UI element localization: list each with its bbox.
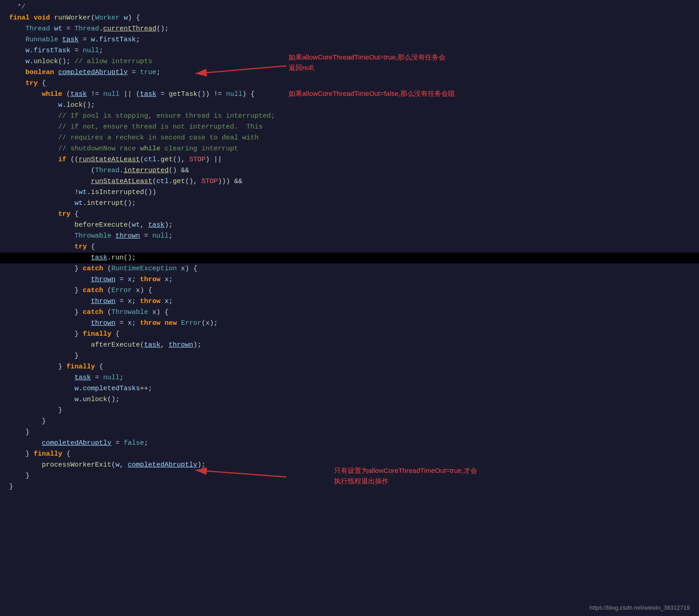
code-line-task-run: task.run(); [0,253,699,263]
code-line-cmt2: // if not, ensure thread is not interrup… [0,122,699,133]
code-line-thread-wt: Thread wt = Thread.currentThread(); [0,24,699,35]
code-line-if1: if ((runStateAtLeast(ctl.get(), STOP) || [0,154,699,165]
code-line-catch2: } catch (Error x) { [0,285,699,296]
code-line-catch3: } catch (Throwable x) { [0,307,699,318]
code-line-interrupt: wt.interrupt(); [0,198,699,209]
code-line-close1: } [0,351,699,362]
code-line-throwable-thrown: Throwable thrown = null; [0,231,699,242]
code-line-cmt1: // If pool is stopping, ensure thread is… [0,111,699,122]
code-line-finally3: } finally { [0,449,699,460]
code-line-close2: } [0,405,699,416]
code-line-task-null: task = null; [0,373,699,383]
code-line-lock: w.lock(); [0,100,699,111]
code-line-thrown2: thrown = x; throw x; [0,296,699,307]
code-container: 如果allowCoreThreadTimeOut=true,那么没有任务会 返回… [0,0,699,616]
annotation-top-2: 如果allowCoreThreadTimeOut=false,那么没有任务会阻 [289,89,455,99]
code-line-finally1: } finally { [0,329,699,340]
annotation-bottom-1: 只有设置为allowCoreThreadTimeOut=true,才会 执行线程… [334,466,477,486]
code-line-thrown3: thrown = x; throw new Error(x); [0,318,699,329]
code-line-thrown1: thrown = x; throw x; [0,274,699,285]
annotation-top-1: 如果allowCoreThreadTimeOut=true,那么没有任务会 返回… [289,52,445,73]
code-line-method-sig: final void runWorker(Worker w) { [0,13,699,24]
footer-url: https://blog.csdn.net/weixin_38312719 [589,603,690,612]
code-line-runnable-task: Runnable task = w.firstTask; [0,35,699,45]
code-line-close3: } [0,416,699,427]
code-line-try3: try { [0,242,699,253]
code-line-completed-false: completedAbruptly = false; [0,438,699,449]
code-line-after-execute: afterExecute(task, thrown); [0,340,699,351]
code-line-finally2: } finally { [0,362,699,373]
code-line-if3: runStateAtLeast(ctl.get(), STOP))) && [0,176,699,187]
code-line-try2: try { [0,209,699,220]
code-line-completed-tasks: w.completedTasks++; [0,383,699,394]
code-line-close4: } [0,427,699,438]
code-line-catch1: } catch (RuntimeException x) { [0,263,699,274]
code-line-cmt3: // requires a recheck in second case to … [0,133,699,144]
code-line-comment-end: */ [0,2,699,13]
code-line-if2: (Thread.interrupted() && [0,165,699,176]
code-line-cmt4: // shutdownNow race while clearing inter… [0,144,699,154]
code-line-if4: !wt.isInterrupted()) [0,187,699,198]
code-line-before-execute: beforeExecute(wt, task); [0,220,699,231]
code-line-try1: try { [0,78,699,89]
code-line-unlock2: w.unlock(); [0,394,699,405]
